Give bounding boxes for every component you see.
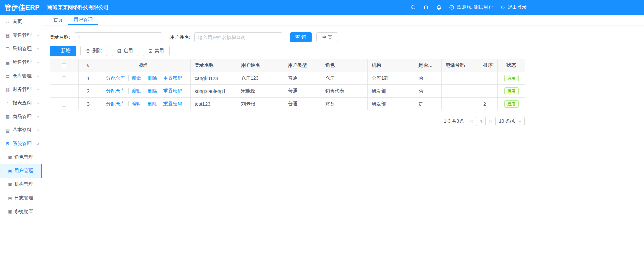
row-checkbox[interactable] [62, 102, 66, 107]
col-index: # [79, 59, 98, 72]
tab-user-management[interactable]: 用户管理 [68, 15, 98, 25]
login-name-cell: songxiaofeng1 [191, 85, 237, 98]
edit-link[interactable]: 编辑 [128, 101, 141, 106]
gear-icon: ⚙ [5, 141, 11, 146]
next-page-icon[interactable]: > [488, 119, 492, 124]
prev-page-icon[interactable]: < [469, 119, 473, 124]
tab-home[interactable]: 首页 [48, 15, 68, 25]
sidebar-item-finance[interactable]: ▥ 财务管理 ∨ [0, 83, 42, 96]
org-cell: 仓库1部 [368, 72, 414, 85]
chevron-down-icon: ∨ [37, 61, 39, 64]
reset-password-link[interactable]: 重置密码 [160, 75, 182, 81]
col-phone: 电话号码 [442, 59, 479, 72]
org-cell: 研发部 [368, 85, 414, 98]
status-cell: 启用 [498, 85, 525, 98]
row-actions-cell: 分配仓库编辑删除重置密码 [98, 85, 191, 98]
report-icon: ◔ [5, 100, 11, 106]
sidebar-item-config[interactable]: ▣ 系统配置 [0, 205, 42, 218]
header-actions: 欢迎您, 测试用户 退出登录 [410, 4, 527, 11]
row-select-cell [50, 98, 79, 110]
doc-icon: ▣ [7, 209, 13, 214]
chevron-down-icon: ∨ [37, 47, 39, 50]
page-number[interactable]: 1 [476, 117, 486, 126]
doc-icon: ▣ [7, 169, 13, 173]
col-sort: 排序 [479, 59, 498, 72]
app-logo: 管伊佳ERP [0, 3, 42, 12]
sidebar: ⌂ 首页 ▦ 零售管理 ∨ ▢ 采购管理 ∨ ▣ 销售管理 ∨ ▤ 仓库管理 ∨… [0, 15, 42, 262]
select-all-cell [50, 59, 79, 72]
row-checkbox[interactable] [62, 89, 66, 94]
delete-button[interactable]: 删除 [80, 46, 107, 56]
sidebar-item-purchase[interactable]: ▢ 采购管理 ∨ [0, 42, 42, 56]
delete-link[interactable]: 删除 [144, 75, 157, 81]
pagination-total: 1-3 共3条 [444, 118, 464, 124]
col-actions: 操作 [98, 59, 191, 72]
sort-cell: 2 [479, 98, 498, 110]
role-cell: 仓库 [321, 72, 368, 85]
delete-link[interactable]: 删除 [144, 101, 157, 106]
sidebar-item-users[interactable]: ▣ 用户管理 [0, 164, 42, 178]
sort-cell [479, 85, 498, 98]
enable-button[interactable]: 启用 [112, 46, 138, 56]
home-icon[interactable] [423, 4, 429, 11]
user-menu[interactable]: 欢迎您, 测试用户 [449, 4, 493, 11]
edit-link[interactable]: 编辑 [128, 75, 141, 81]
page-size-select[interactable]: 10 条/页 [495, 117, 525, 126]
doc-icon: ▣ [7, 155, 13, 160]
status-badge: 启用 [504, 100, 519, 108]
logout-button[interactable]: 退出登录 [500, 4, 527, 11]
chevron-up-icon: ∧ [37, 142, 39, 145]
sidebar-item-retail[interactable]: ▦ 零售管理 ∨ [0, 28, 42, 42]
sidebar-item-orgs[interactable]: ▣ 机构管理 [0, 178, 42, 191]
retail-icon: ▦ [5, 33, 11, 38]
product-icon: ▧ [5, 114, 11, 119]
plus-icon [55, 49, 59, 53]
sidebar-item-reports[interactable]: ◔ 报表查询 ∨ [0, 96, 42, 110]
status-badge: 启用 [504, 75, 519, 82]
assign-warehouse-link[interactable]: 分配仓库 [106, 75, 125, 81]
basic-data-icon: ▩ [5, 127, 11, 133]
delete-link[interactable]: 删除 [144, 88, 157, 94]
reset-password-link[interactable]: 重置密码 [160, 88, 182, 94]
user-name-input[interactable] [194, 32, 282, 42]
sidebar-item-sales[interactable]: ▣ 销售管理 ∨ [0, 56, 42, 69]
assign-warehouse-link[interactable]: 分配仓库 [106, 101, 125, 106]
reset-password-link[interactable]: 重置密码 [160, 101, 182, 106]
table-row: 2 分配仓库编辑删除重置密码 songxiaofeng1 宋晓锋 普通 销售代表… [50, 85, 525, 98]
edit-link[interactable]: 编辑 [128, 88, 141, 94]
bell-icon[interactable] [436, 4, 442, 11]
assign-warehouse-link[interactable]: 分配仓库 [106, 88, 125, 94]
sidebar-item-basic-data[interactable]: ▩ 基本资料 ∨ [0, 123, 42, 137]
user-type-cell: 普通 [284, 85, 321, 98]
chevron-down-icon: ∨ [37, 88, 39, 91]
app-header: 管伊佳ERP 南通某某网络科技有限公司 欢迎您, 测试用户 退出登录 [0, 0, 644, 15]
col-user-type: 用户类型 [284, 59, 321, 72]
chevron-down-icon: ∨ [37, 75, 39, 77]
row-checkbox[interactable] [62, 76, 66, 81]
search-form: 登录名称: 用户姓名: 查 询 重 置 [50, 32, 644, 42]
sidebar-item-home[interactable]: ⌂ 首页 [0, 15, 42, 28]
sidebar-item-system[interactable]: ⚙ 系统管理 ∧ [0, 137, 42, 150]
row-index-cell: 3 [79, 98, 98, 110]
user-name-cell: 宋晓锋 [237, 85, 284, 98]
col-is-manager: 是否经理 [414, 59, 442, 72]
sidebar-item-warehouse[interactable]: ▤ 仓库管理 ∨ [0, 69, 42, 83]
purchase-icon: ▢ [5, 46, 11, 52]
sidebar-item-roles[interactable]: ▣ 角色管理 [0, 150, 42, 164]
user-check-icon [449, 4, 455, 11]
select-all-checkbox[interactable] [62, 63, 66, 68]
table-header-row: # 操作 登录名称 用户姓名 用户类型 角色 机构 是否经理 电话号码 排序 状… [50, 59, 525, 72]
disable-button[interactable]: 禁用 [143, 46, 170, 56]
add-button[interactable]: 新增 [50, 46, 76, 56]
row-index-cell: 1 [79, 72, 98, 85]
sidebar-item-logs[interactable]: ▣ 日志管理 [0, 191, 42, 205]
users-table: # 操作 登录名称 用户姓名 用户类型 角色 机构 是否经理 电话号码 排序 状… [50, 59, 525, 110]
reset-button[interactable]: 重 置 [316, 32, 338, 42]
check-square-icon [117, 49, 121, 53]
query-button[interactable]: 查 询 [290, 32, 312, 42]
sidebar-item-products[interactable]: ▧ 商品管理 ∨ [0, 110, 42, 123]
search-icon[interactable] [410, 4, 416, 11]
col-status: 状态 [498, 59, 525, 72]
page-content: 登录名称: 用户姓名: 查 询 重 置 新增 删除 启用 禁用 [42, 25, 644, 126]
login-name-input[interactable] [74, 32, 162, 42]
